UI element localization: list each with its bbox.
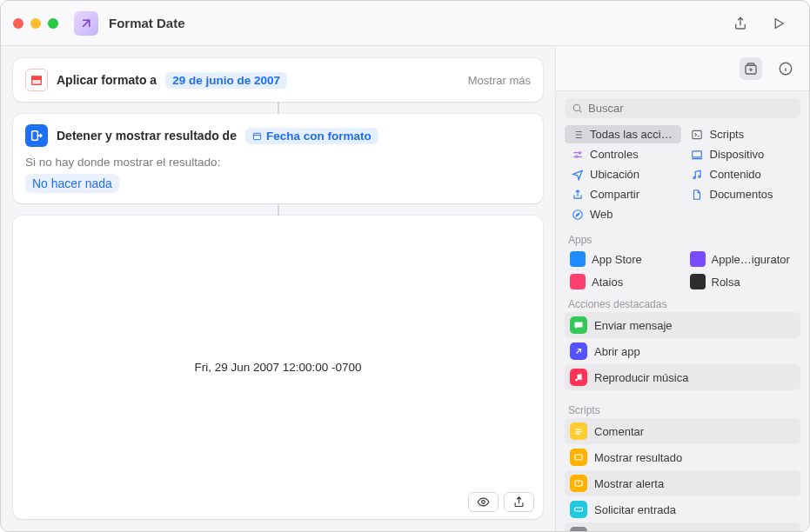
no-output-option[interactable]: No hacer nada bbox=[25, 174, 119, 193]
category-terminal[interactable]: Scripts bbox=[685, 125, 801, 143]
svg-point-10 bbox=[579, 151, 580, 153]
fullscreen-window-button[interactable] bbox=[48, 18, 58, 29]
category-label: Documentos bbox=[710, 188, 773, 201]
category-list[interactable]: Todas las acci… bbox=[565, 125, 681, 143]
svg-rect-4 bbox=[253, 133, 260, 139]
category-label: Ubicación bbox=[590, 168, 639, 181]
no-output-label: Si no hay donde mostrar el resultado: bbox=[25, 156, 531, 169]
close-window-button[interactable] bbox=[13, 18, 23, 29]
action-item[interactable]: Enviar mensaje bbox=[565, 312, 800, 338]
terminal-icon bbox=[691, 128, 704, 141]
app-icon bbox=[570, 274, 586, 289]
action-label: Enviar mensaje bbox=[594, 319, 673, 332]
comment-icon bbox=[570, 422, 587, 440]
quicklook-button[interactable] bbox=[468, 492, 499, 512]
app-item[interactable]: Rolsa bbox=[685, 270, 801, 293]
minimize-window-button[interactable] bbox=[30, 18, 41, 29]
svg-point-11 bbox=[575, 156, 577, 157]
apps-section-label: Apps bbox=[556, 229, 809, 248]
category-share[interactable]: Compartir bbox=[565, 185, 681, 203]
titlebar: Format Date bbox=[1, 1, 809, 46]
category-label: Contenido bbox=[710, 168, 761, 181]
action-format-date[interactable]: Aplicar formato a 29 de junio de 2007 Mo… bbox=[13, 58, 543, 102]
note-icon bbox=[691, 168, 704, 181]
action-stop-show-result[interactable]: Detener y mostrar resultado de Fecha con… bbox=[13, 114, 543, 203]
share-result-button[interactable] bbox=[504, 492, 534, 512]
list-icon bbox=[571, 128, 584, 141]
action-label: Abrir app bbox=[594, 345, 640, 358]
run-button[interactable] bbox=[767, 12, 790, 35]
result-icon bbox=[570, 449, 587, 466]
category-note[interactable]: Contenido bbox=[685, 165, 801, 183]
action-item[interactable]: ΣContar bbox=[565, 522, 800, 531]
svg-rect-2 bbox=[32, 80, 40, 84]
svg-point-13 bbox=[693, 176, 695, 178]
svg-rect-20 bbox=[575, 508, 583, 511]
svg-point-5 bbox=[482, 501, 485, 504]
message-icon bbox=[570, 316, 587, 334]
search-field[interactable] bbox=[588, 102, 793, 115]
window-title: Format Date bbox=[109, 16, 185, 30]
action-label: Contar bbox=[594, 529, 628, 532]
svg-rect-3 bbox=[32, 131, 38, 141]
action-label: Aplicar formato a bbox=[57, 73, 157, 87]
action-item[interactable]: Solicitar entrada bbox=[565, 496, 800, 522]
category-sliders[interactable]: Controles bbox=[565, 145, 681, 163]
app-label: Ataios bbox=[592, 276, 623, 289]
category-location[interactable]: Ubicación bbox=[565, 165, 681, 183]
category-doc[interactable]: Documentos bbox=[685, 185, 801, 203]
workflow-canvas: Aplicar formato a 29 de junio de 2007 Mo… bbox=[1, 46, 555, 531]
device-icon bbox=[691, 148, 704, 161]
result-text: Fri, 29 Jun 2007 12:00:00 -0700 bbox=[13, 216, 543, 519]
action-item[interactable]: Reproducir música bbox=[565, 364, 800, 390]
app-item[interactable]: App Store bbox=[565, 248, 681, 270]
app-item[interactable]: Ataios bbox=[565, 270, 681, 293]
category-label: Controles bbox=[590, 148, 639, 161]
category-device[interactable]: Dispositivo bbox=[685, 145, 801, 163]
svg-rect-18 bbox=[575, 455, 582, 460]
app-item[interactable]: Apple…igurator bbox=[685, 248, 801, 270]
action-label: Comentar bbox=[594, 425, 644, 438]
location-icon bbox=[571, 168, 584, 181]
category-label: Web bbox=[590, 208, 613, 221]
svg-point-17 bbox=[579, 378, 582, 381]
svg-point-16 bbox=[575, 379, 578, 382]
svg-point-14 bbox=[699, 176, 700, 177]
app-label: Rolsa bbox=[712, 276, 740, 289]
library-button[interactable] bbox=[740, 57, 762, 80]
search-icon bbox=[572, 103, 583, 114]
shortcut-icon bbox=[74, 11, 98, 36]
safari-icon bbox=[571, 208, 584, 221]
action-label: Detener y mostrar resultado de bbox=[57, 129, 237, 143]
variable-token[interactable]: Fecha con formato bbox=[245, 128, 378, 144]
search-input[interactable] bbox=[565, 98, 800, 118]
category-safari[interactable]: Web bbox=[565, 205, 681, 223]
action-item[interactable]: Comentar bbox=[565, 418, 800, 444]
action-item[interactable]: Abrir app bbox=[565, 338, 800, 364]
action-item[interactable]: Mostrar resultado bbox=[565, 444, 800, 470]
window-controls bbox=[13, 18, 58, 29]
action-item[interactable]: Mostrar alerta bbox=[565, 470, 800, 496]
app-icon bbox=[570, 251, 586, 267]
svg-rect-12 bbox=[693, 150, 702, 156]
date-token[interactable]: 29 de junio de 2007 bbox=[165, 72, 287, 89]
action-label: Mostrar resultado bbox=[594, 451, 682, 464]
info-button[interactable] bbox=[774, 57, 797, 80]
doc-icon bbox=[691, 188, 704, 201]
action-label: Mostrar alerta bbox=[594, 477, 664, 490]
category-label: Dispositivo bbox=[710, 148, 765, 161]
calendar-icon bbox=[25, 69, 48, 91]
app-label: Apple…igurator bbox=[712, 253, 790, 266]
app-icon bbox=[690, 251, 706, 267]
category-label: Scripts bbox=[710, 128, 745, 141]
svg-point-15 bbox=[572, 209, 582, 219]
svg-rect-1 bbox=[31, 76, 42, 78]
share-button[interactable] bbox=[729, 12, 752, 35]
count-icon: Σ bbox=[570, 527, 587, 531]
category-label: Todas las acci… bbox=[590, 128, 673, 141]
music-icon bbox=[570, 369, 587, 386]
exit-icon bbox=[25, 124, 48, 147]
show-more-button[interactable]: Mostrar más bbox=[468, 74, 531, 87]
share-icon bbox=[571, 188, 584, 201]
action-label: Reproducir música bbox=[594, 371, 688, 384]
